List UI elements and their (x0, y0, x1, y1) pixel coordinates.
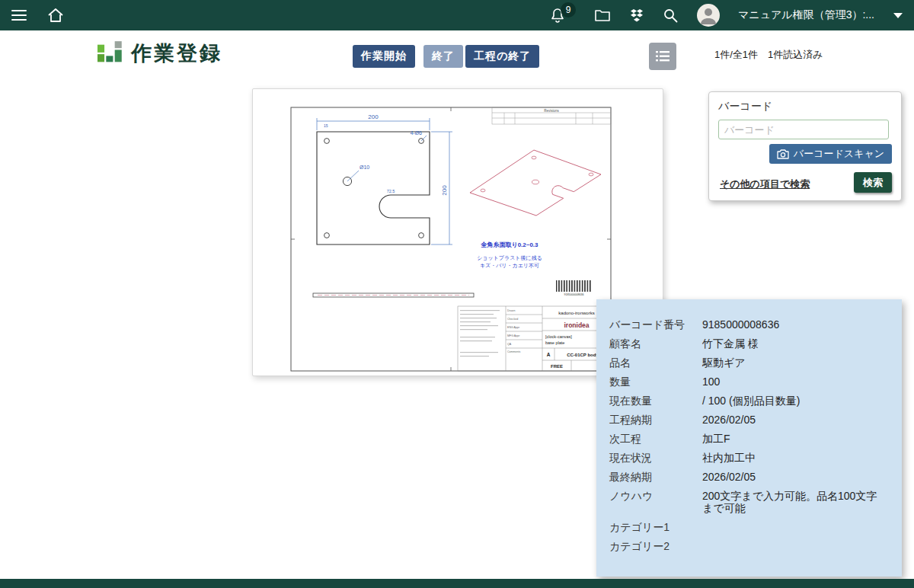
top-navigation-bar: 9 マニュアル権限（管理3）:... (0, 0, 914, 30)
barcode-input[interactable] (718, 120, 889, 139)
page-title: 作業登録 (131, 40, 222, 67)
record-count-text: 1件/全1件 1件読込済み (714, 48, 823, 62)
info-label: 現在状況 (609, 452, 702, 464)
info-row-current-status: 現在状況 社内加工中 (609, 452, 887, 464)
app-logo-icon (97, 41, 123, 66)
info-value: 竹下金属 様 (702, 337, 887, 350)
camera-icon (777, 149, 789, 159)
info-label: 次工程 (609, 433, 702, 445)
barcode-scan-label: バーコードスキャン (794, 147, 884, 161)
info-label: 品名 (609, 356, 702, 369)
svg-text:MFG Appr: MFG Appr (507, 334, 520, 337)
info-row-category-2: カテゴリー2 (609, 540, 887, 552)
svg-text:Checked: Checked (507, 318, 518, 321)
info-label: カテゴリー1 (609, 521, 702, 533)
info-label: カテゴリー2 (609, 540, 702, 552)
title-block-scale: FREE (551, 364, 563, 369)
menu-button[interactable] (11, 8, 27, 22)
app-logo: 作業登録 (97, 40, 222, 67)
notifications-button[interactable]: 9 (550, 8, 565, 24)
caret-down-icon (893, 12, 903, 19)
info-value (702, 521, 887, 533)
info-value: 駆動ギア (702, 356, 887, 369)
info-row-category-1: カテゴリー1 (609, 521, 887, 533)
barcode-search-panel: バーコード バーコードスキャン その他の項目で検索 検索 (708, 91, 902, 201)
info-row-process-due: 工程納期 2026/02/05 (609, 414, 887, 426)
title-block-size: A (547, 352, 551, 357)
info-value (702, 540, 887, 552)
bottom-bar (0, 579, 914, 588)
user-menu-expand-button[interactable] (893, 12, 903, 19)
home-button[interactable] (47, 8, 64, 23)
holes-callout: 4-Ø6 (410, 130, 422, 136)
center-hole-callout: Ø10 (360, 165, 369, 170)
info-label: 顧客名 (609, 337, 702, 350)
info-value: 加工F (702, 433, 887, 445)
note-shotblast-2: キズ・バリ・カエリ不可 (480, 263, 539, 269)
list-icon (656, 51, 670, 62)
info-label: 現在数量 (609, 395, 702, 407)
info-row-final-due: 最終納期 2026/02/05 (609, 471, 887, 483)
end-button[interactable]: 終了 (423, 45, 463, 68)
info-row-next-process: 次工程 加工F (609, 433, 887, 445)
info-row-current-quantity: 現在数量 / 100 (個別品目数量) (609, 395, 887, 407)
barcode-panel-title: バーコード (718, 100, 892, 113)
other-search-link[interactable]: その他の項目で検索 (720, 177, 810, 191)
dimension-top: 200 (368, 113, 379, 120)
info-label: ノウハウ (609, 490, 702, 514)
info-value: / 100 (個別品目数量) (702, 395, 887, 407)
drawing-barcode (556, 280, 592, 292)
barcode-scan-button[interactable]: バーコードスキャン (769, 144, 892, 164)
apps-button[interactable] (629, 8, 644, 23)
revisions-label: Revisions (544, 109, 559, 113)
search-button[interactable] (663, 8, 679, 24)
dropbox-icon (629, 8, 644, 23)
slot-dimension: 72.5 (387, 189, 395, 193)
info-label: 数量 (609, 375, 702, 388)
title-block-company: kadono-ironworks (558, 311, 594, 315)
person-icon (697, 4, 720, 27)
user-role-label: マニュアル権限（管理3）:... (738, 8, 874, 22)
hamburger-icon (11, 8, 27, 22)
note-shotblast-1: ショットブラスト後に残る (477, 255, 542, 260)
dimension-right: 200 (441, 185, 448, 196)
info-label: バーコード番号 (609, 318, 702, 331)
svg-text:Comments: Comments (507, 350, 521, 353)
svg-text:Drawn: Drawn (507, 309, 515, 312)
notification-count-badge: 9 (561, 2, 576, 18)
small-dimension: 15 (324, 123, 328, 128)
info-label: 工程納期 (609, 414, 702, 426)
info-label: 最終納期 (609, 471, 702, 483)
note-chamfer: 全角糸面取り0.2~0.3 (480, 241, 538, 248)
drawing-barcode-number: 9185000008636 (564, 293, 584, 296)
info-value: 2026/02/05 (702, 414, 887, 426)
search-submit-button[interactable]: 検索 (854, 172, 892, 193)
info-value: 社内加工中 (702, 452, 887, 464)
title-block-drawing-no: CC-01CP body (567, 353, 599, 357)
list-view-button[interactable] (649, 43, 676, 70)
user-avatar[interactable] (697, 4, 720, 27)
info-row-quantity: 数量 100 (609, 375, 887, 388)
title-block-product-1: [clock-canvas] (545, 334, 572, 339)
svg-text:ENG Appr: ENG Appr (507, 326, 520, 329)
info-row-barcode-number: バーコード番号 9185000008636 (609, 318, 887, 331)
info-row-customer: 顧客名 竹下金属 様 (609, 337, 887, 350)
svg-text:QA: QA (507, 343, 512, 346)
info-value: 100 (702, 375, 887, 388)
home-icon (47, 8, 64, 23)
end-process-button[interactable]: 工程の終了 (465, 45, 539, 68)
info-value: 9185000008636 (702, 318, 887, 331)
search-icon (663, 8, 679, 24)
item-detail-panel: バーコード番号 9185000008636 顧客名 竹下金属 様 品名 駆動ギア… (596, 299, 902, 577)
info-value: 200文字まで入力可能。品名100文字まで可能 (702, 490, 887, 514)
files-button[interactable] (594, 8, 611, 22)
info-value: 2026/02/05 (702, 471, 887, 483)
info-row-knowhow: ノウハウ 200文字まで入力可能。品名100文字まで可能 (609, 490, 887, 514)
start-work-button[interactable]: 作業開始 (353, 45, 415, 68)
folder-icon (594, 8, 611, 22)
info-row-item-name: 品名 駆動ギア (609, 356, 887, 369)
title-block-brand: ironidea (564, 321, 589, 329)
title-block-product-2: base plate (545, 340, 564, 345)
drawing-sheet-border (291, 107, 611, 371)
